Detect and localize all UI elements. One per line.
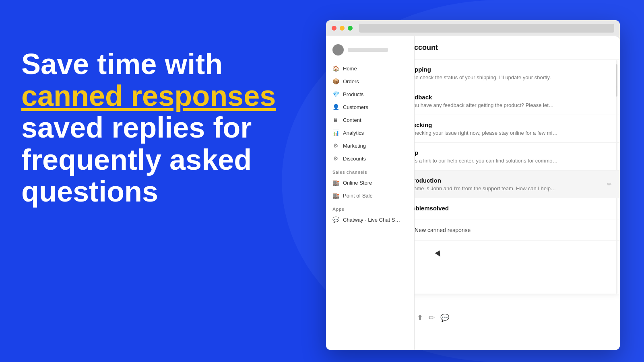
hero-line5: questions xyxy=(21,176,303,208)
chat-tool-icon[interactable]: 💬 xyxy=(440,313,449,322)
canned-item-feedback[interactable]: #feedback Do you have any feedback after… xyxy=(415,87,620,115)
browser-window: 🏠 Home 📦 Orders 💎 Products 👤 Customers 🖥… xyxy=(326,20,620,350)
sidebar-item-products[interactable]: 💎 Products xyxy=(326,88,414,101)
browser-dot-green[interactable] xyxy=(348,26,353,31)
canned-preview-help: Here's a link to our help center, you ca… xyxy=(415,158,612,164)
sidebar-item-pos-label: Point of Sale xyxy=(343,193,373,199)
hero-line2: canned responses xyxy=(21,80,303,112)
canned-preview-checking: I'm checking your issue right now, pleas… xyxy=(415,130,612,136)
chatway-icon: 💬 xyxy=(332,216,339,223)
sidebar-item-online-store-label: Online Store xyxy=(343,180,372,186)
sidebar-item-discounts-label: Discounts xyxy=(343,156,366,162)
shopify-layout: 🏠 Home 📦 Orders 💎 Products 👤 Customers 🖥… xyxy=(326,36,620,350)
discounts-icon: ⚙ xyxy=(332,155,339,162)
canned-list: #shipping Let me check the status of you… xyxy=(415,60,620,294)
new-canned-response-button[interactable]: + New canned response xyxy=(415,220,620,241)
home-icon: 🏠 xyxy=(332,65,339,72)
store-name xyxy=(348,48,388,52)
canned-item-problemsolved[interactable]: #problemsolved xyxy=(415,198,620,220)
canned-tag-introduction: #introduction xyxy=(415,177,612,184)
hero-line4: frequently asked xyxy=(21,144,303,176)
canned-preview-shipping: Let me check the status of your shipping… xyxy=(415,74,612,80)
browser-dot-red[interactable] xyxy=(332,26,336,31)
sidebar-item-content[interactable]: 🖥 Content xyxy=(326,113,414,126)
canned-panel-header: ‹ Account xyxy=(415,36,620,60)
sidebar-item-analytics-label: Analytics xyxy=(343,130,364,136)
sidebar-item-customers[interactable]: 👤 Customers xyxy=(326,101,414,113)
canned-panel-title: Account xyxy=(415,43,438,52)
marketing-icon: ⚙ xyxy=(332,142,339,149)
sidebar-item-products-label: Products xyxy=(343,91,363,97)
canned-tag-problemsolved: #problemsolved xyxy=(415,205,612,212)
canned-item-shipping[interactable]: #shipping Let me check the status of you… xyxy=(415,60,620,87)
hero-line1: Save time with xyxy=(21,48,303,80)
sidebar-header xyxy=(326,41,414,62)
canned-responses-panel: ‹ Account #shipping Let me check the sta… xyxy=(415,36,620,294)
browser-dot-yellow[interactable] xyxy=(340,26,345,31)
sales-channels-section: Sales channels xyxy=(326,165,414,176)
sidebar-item-content-label: Content xyxy=(343,117,361,123)
apps-section: Apps xyxy=(326,202,414,213)
canned-preview-introduction: My name is John and I'm from the support… xyxy=(415,185,612,191)
upload-icon[interactable]: ⬆ xyxy=(417,313,423,322)
chat-input-toolbar: 😊 ⬆ ✏ 💬 xyxy=(415,313,612,322)
canned-preview-feedback: Do you have any feedback after getting t… xyxy=(415,102,612,108)
sidebar-item-analytics[interactable]: 📊 Analytics xyxy=(326,126,414,139)
hero-section: Save time with canned responses saved re… xyxy=(21,48,303,208)
canned-tag-help: #help xyxy=(415,149,612,156)
new-canned-response-label: New canned response xyxy=(415,227,471,233)
content-icon: 🖥 xyxy=(332,117,339,123)
edit-icon[interactable]: ✏ xyxy=(607,181,612,187)
shopify-main: ‹ Account #shipping Let me check the sta… xyxy=(415,36,620,350)
products-icon: 💎 xyxy=(332,91,339,97)
store-avatar xyxy=(332,44,344,56)
sidebar-item-home-label: Home xyxy=(343,66,357,72)
sidebar-item-chatway-label: Chatway - Live Chat S… xyxy=(343,217,400,223)
canned-item-checking[interactable]: #checking I'm checking your issue right … xyxy=(415,115,620,143)
canned-tag-feedback: #feedback xyxy=(415,94,612,101)
canned-tag-shipping: #shipping xyxy=(415,66,612,73)
canned-tag-checking: #checking xyxy=(415,121,612,128)
sidebar-item-orders[interactable]: 📦 Orders xyxy=(326,75,414,88)
sidebar-item-discounts[interactable]: ⚙ Discounts xyxy=(326,152,414,165)
edit-tool-icon[interactable]: ✏ xyxy=(429,313,435,322)
hero-line3: saved replies for xyxy=(21,112,303,144)
canned-item-help[interactable]: #help Here's a link to our help center, … xyxy=(415,143,620,171)
sidebar-item-home[interactable]: 🏠 Home xyxy=(326,62,414,75)
customers-icon: 👤 xyxy=(332,104,339,110)
sidebar-item-pos[interactable]: 🏬 Point of Sale xyxy=(326,189,414,202)
shopify-sidebar: 🏠 Home 📦 Orders 💎 Products 👤 Customers 🖥… xyxy=(326,36,415,350)
sidebar-item-chatway[interactable]: 💬 Chatway - Live Chat S… xyxy=(326,213,414,226)
browser-chrome xyxy=(326,20,620,36)
browser-url-bar[interactable] xyxy=(359,24,614,33)
analytics-icon: 📊 xyxy=(332,130,339,136)
sidebar-item-customers-label: Customers xyxy=(343,104,368,110)
sidebar-item-orders-label: Orders xyxy=(343,78,359,84)
sidebar-item-online-store[interactable]: 🏬 Online Store xyxy=(326,176,414,189)
sidebar-item-marketing-label: Marketing xyxy=(343,143,366,149)
online-store-icon: 🏬 xyxy=(332,179,339,186)
canned-item-introduction[interactable]: #introduction My name is John and I'm fr… xyxy=(415,171,620,198)
sidebar-item-marketing[interactable]: ⚙ Marketing xyxy=(326,139,414,152)
pos-icon: 🏬 xyxy=(332,192,339,199)
cursor xyxy=(436,251,441,259)
orders-icon: 📦 xyxy=(332,78,339,84)
